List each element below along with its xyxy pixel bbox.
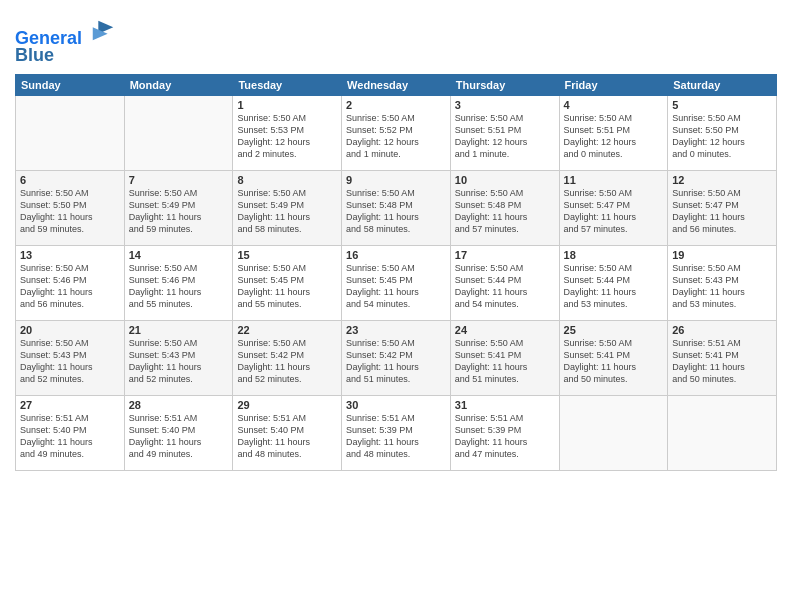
day-info: Sunrise: 5:50 AMSunset: 5:45 PMDaylight:… (237, 262, 337, 311)
day-number: 10 (455, 174, 555, 186)
day-info: Sunrise: 5:50 AMSunset: 5:44 PMDaylight:… (455, 262, 555, 311)
day-number: 23 (346, 324, 446, 336)
calendar-body: 1Sunrise: 5:50 AMSunset: 5:53 PMDaylight… (16, 95, 777, 470)
day-info: Sunrise: 5:50 AMSunset: 5:49 PMDaylight:… (237, 187, 337, 236)
day-number: 14 (129, 249, 229, 261)
col-sunday: Sunday (16, 74, 125, 95)
header: General Blue (15, 10, 777, 66)
calendar-day-cell: 31Sunrise: 5:51 AMSunset: 5:39 PMDayligh… (450, 395, 559, 470)
col-friday: Friday (559, 74, 668, 95)
calendar-day-cell: 29Sunrise: 5:51 AMSunset: 5:40 PMDayligh… (233, 395, 342, 470)
calendar-day-cell: 16Sunrise: 5:50 AMSunset: 5:45 PMDayligh… (342, 245, 451, 320)
day-info: Sunrise: 5:50 AMSunset: 5:50 PMDaylight:… (672, 112, 772, 161)
day-info: Sunrise: 5:51 AMSunset: 5:39 PMDaylight:… (455, 412, 555, 461)
day-info: Sunrise: 5:51 AMSunset: 5:40 PMDaylight:… (237, 412, 337, 461)
calendar-day-cell: 14Sunrise: 5:50 AMSunset: 5:46 PMDayligh… (124, 245, 233, 320)
col-wednesday: Wednesday (342, 74, 451, 95)
calendar-day-cell: 5Sunrise: 5:50 AMSunset: 5:50 PMDaylight… (668, 95, 777, 170)
calendar-day-cell: 19Sunrise: 5:50 AMSunset: 5:43 PMDayligh… (668, 245, 777, 320)
calendar-header-row: Sunday Monday Tuesday Wednesday Thursday… (16, 74, 777, 95)
calendar-day-cell: 6Sunrise: 5:50 AMSunset: 5:50 PMDaylight… (16, 170, 125, 245)
calendar-day-cell: 13Sunrise: 5:50 AMSunset: 5:46 PMDayligh… (16, 245, 125, 320)
calendar-day-cell: 20Sunrise: 5:50 AMSunset: 5:43 PMDayligh… (16, 320, 125, 395)
day-number: 15 (237, 249, 337, 261)
day-info: Sunrise: 5:50 AMSunset: 5:47 PMDaylight:… (564, 187, 664, 236)
calendar-day-cell: 9Sunrise: 5:50 AMSunset: 5:48 PMDaylight… (342, 170, 451, 245)
calendar-day-cell: 7Sunrise: 5:50 AMSunset: 5:49 PMDaylight… (124, 170, 233, 245)
day-info: Sunrise: 5:51 AMSunset: 5:40 PMDaylight:… (20, 412, 120, 461)
calendar-day-cell: 23Sunrise: 5:50 AMSunset: 5:42 PMDayligh… (342, 320, 451, 395)
day-number: 4 (564, 99, 664, 111)
calendar-day-cell: 15Sunrise: 5:50 AMSunset: 5:45 PMDayligh… (233, 245, 342, 320)
day-info: Sunrise: 5:50 AMSunset: 5:51 PMDaylight:… (455, 112, 555, 161)
day-number: 24 (455, 324, 555, 336)
page-container: General Blue Sunday Monday Tuesday (0, 0, 792, 612)
day-number: 25 (564, 324, 664, 336)
calendar-week-row: 13Sunrise: 5:50 AMSunset: 5:46 PMDayligh… (16, 245, 777, 320)
day-number: 8 (237, 174, 337, 186)
calendar-day-cell: 24Sunrise: 5:50 AMSunset: 5:41 PMDayligh… (450, 320, 559, 395)
day-number: 16 (346, 249, 446, 261)
day-number: 20 (20, 324, 120, 336)
calendar-day-cell: 25Sunrise: 5:50 AMSunset: 5:41 PMDayligh… (559, 320, 668, 395)
calendar-day-cell (668, 395, 777, 470)
calendar-day-cell: 3Sunrise: 5:50 AMSunset: 5:51 PMDaylight… (450, 95, 559, 170)
calendar-day-cell: 1Sunrise: 5:50 AMSunset: 5:53 PMDaylight… (233, 95, 342, 170)
day-number: 26 (672, 324, 772, 336)
day-info: Sunrise: 5:50 AMSunset: 5:46 PMDaylight:… (20, 262, 120, 311)
calendar-day-cell: 18Sunrise: 5:50 AMSunset: 5:44 PMDayligh… (559, 245, 668, 320)
calendar-day-cell: 17Sunrise: 5:50 AMSunset: 5:44 PMDayligh… (450, 245, 559, 320)
col-thursday: Thursday (450, 74, 559, 95)
day-number: 29 (237, 399, 337, 411)
day-info: Sunrise: 5:50 AMSunset: 5:41 PMDaylight:… (564, 337, 664, 386)
day-number: 28 (129, 399, 229, 411)
calendar-day-cell: 2Sunrise: 5:50 AMSunset: 5:52 PMDaylight… (342, 95, 451, 170)
day-number: 6 (20, 174, 120, 186)
calendar-day-cell: 4Sunrise: 5:50 AMSunset: 5:51 PMDaylight… (559, 95, 668, 170)
calendar-day-cell (559, 395, 668, 470)
day-number: 9 (346, 174, 446, 186)
calendar-week-row: 1Sunrise: 5:50 AMSunset: 5:53 PMDaylight… (16, 95, 777, 170)
day-number: 31 (455, 399, 555, 411)
logo-icon (89, 16, 117, 44)
col-monday: Monday (124, 74, 233, 95)
day-info: Sunrise: 5:50 AMSunset: 5:51 PMDaylight:… (564, 112, 664, 161)
calendar-week-row: 6Sunrise: 5:50 AMSunset: 5:50 PMDaylight… (16, 170, 777, 245)
calendar-day-cell (16, 95, 125, 170)
calendar-week-row: 27Sunrise: 5:51 AMSunset: 5:40 PMDayligh… (16, 395, 777, 470)
day-number: 17 (455, 249, 555, 261)
day-number: 5 (672, 99, 772, 111)
calendar-week-row: 20Sunrise: 5:50 AMSunset: 5:43 PMDayligh… (16, 320, 777, 395)
day-number: 13 (20, 249, 120, 261)
calendar-day-cell: 11Sunrise: 5:50 AMSunset: 5:47 PMDayligh… (559, 170, 668, 245)
day-info: Sunrise: 5:50 AMSunset: 5:46 PMDaylight:… (129, 262, 229, 311)
day-number: 21 (129, 324, 229, 336)
day-info: Sunrise: 5:50 AMSunset: 5:42 PMDaylight:… (237, 337, 337, 386)
day-info: Sunrise: 5:51 AMSunset: 5:41 PMDaylight:… (672, 337, 772, 386)
logo-text: General (15, 16, 117, 49)
calendar-day-cell: 28Sunrise: 5:51 AMSunset: 5:40 PMDayligh… (124, 395, 233, 470)
day-number: 22 (237, 324, 337, 336)
day-info: Sunrise: 5:50 AMSunset: 5:48 PMDaylight:… (455, 187, 555, 236)
day-info: Sunrise: 5:50 AMSunset: 5:44 PMDaylight:… (564, 262, 664, 311)
calendar-day-cell (124, 95, 233, 170)
day-info: Sunrise: 5:50 AMSunset: 5:50 PMDaylight:… (20, 187, 120, 236)
col-saturday: Saturday (668, 74, 777, 95)
col-tuesday: Tuesday (233, 74, 342, 95)
day-number: 27 (20, 399, 120, 411)
day-info: Sunrise: 5:50 AMSunset: 5:43 PMDaylight:… (129, 337, 229, 386)
day-info: Sunrise: 5:50 AMSunset: 5:45 PMDaylight:… (346, 262, 446, 311)
day-number: 30 (346, 399, 446, 411)
day-number: 3 (455, 99, 555, 111)
day-info: Sunrise: 5:50 AMSunset: 5:47 PMDaylight:… (672, 187, 772, 236)
calendar-day-cell: 12Sunrise: 5:50 AMSunset: 5:47 PMDayligh… (668, 170, 777, 245)
day-info: Sunrise: 5:50 AMSunset: 5:41 PMDaylight:… (455, 337, 555, 386)
day-info: Sunrise: 5:50 AMSunset: 5:52 PMDaylight:… (346, 112, 446, 161)
calendar-day-cell: 8Sunrise: 5:50 AMSunset: 5:49 PMDaylight… (233, 170, 342, 245)
day-info: Sunrise: 5:50 AMSunset: 5:43 PMDaylight:… (672, 262, 772, 311)
day-info: Sunrise: 5:50 AMSunset: 5:43 PMDaylight:… (20, 337, 120, 386)
day-info: Sunrise: 5:50 AMSunset: 5:42 PMDaylight:… (346, 337, 446, 386)
day-number: 11 (564, 174, 664, 186)
day-info: Sunrise: 5:50 AMSunset: 5:49 PMDaylight:… (129, 187, 229, 236)
day-number: 1 (237, 99, 337, 111)
